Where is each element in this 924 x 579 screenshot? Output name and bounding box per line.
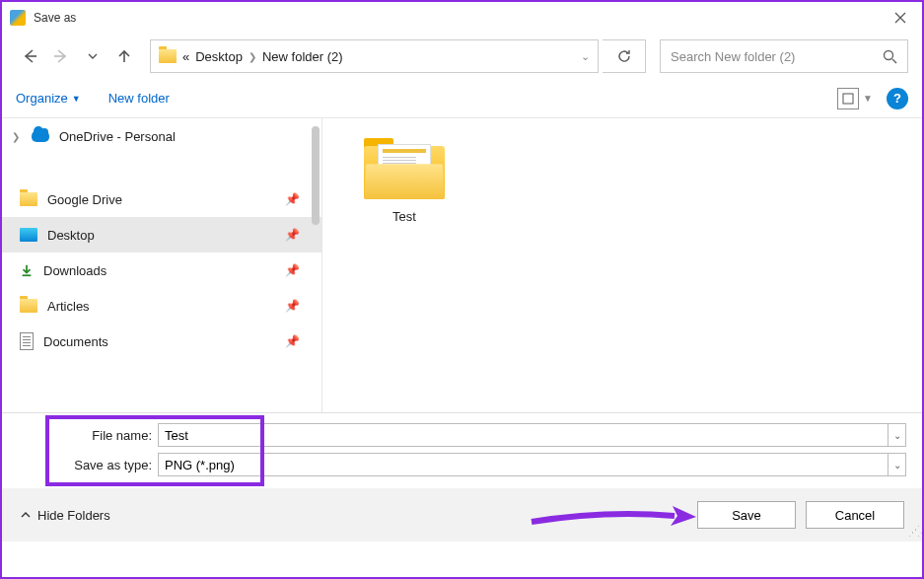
close-button[interactable] — [878, 2, 922, 34]
chevron-up-icon — [20, 509, 32, 521]
view-button[interactable] — [837, 88, 859, 109]
tree-desktop[interactable]: Desktop 📌 — [2, 217, 321, 253]
chevron-down-icon[interactable]: ⌄ — [581, 50, 590, 63]
save-button[interactable]: Save — [697, 501, 796, 529]
tree-label: Downloads — [43, 263, 107, 278]
navigation-bar: « Desktop ❯ New folder (2) ⌄ — [2, 34, 922, 79]
saveastype-select[interactable] — [158, 453, 888, 476]
folder-icon — [20, 192, 37, 206]
navigation-tree: ❯ OneDrive - Personal Google Drive 📌 Des… — [2, 118, 322, 412]
svg-point-0 — [885, 50, 893, 59]
tree-articles[interactable]: Articles 📌 — [2, 288, 321, 324]
chevron-right-icon: ❯ — [249, 51, 256, 62]
pin-icon: 📌 — [285, 192, 300, 206]
refresh-button[interactable] — [603, 39, 646, 73]
tree-label: Desktop — [47, 228, 95, 243]
caret-down-icon: ▼ — [72, 94, 81, 104]
download-icon — [20, 263, 34, 277]
toolbar: Organize ▼ New folder ▼ ? — [2, 79, 922, 118]
tree-label: Documents — [43, 334, 108, 349]
svg-rect-1 — [843, 94, 853, 104]
pin-icon: 📌 — [285, 263, 300, 277]
folder-icon — [20, 299, 37, 313]
filename-label: File name: — [18, 428, 158, 443]
chevron-right-icon: ❯ — [12, 131, 22, 142]
help-button[interactable]: ? — [887, 88, 908, 109]
save-form: File name: ⌄ Save as type: ⌄ — [2, 413, 922, 488]
breadcrumb-desktop[interactable]: Desktop — [195, 49, 243, 64]
search-box[interactable] — [660, 39, 908, 73]
desktop-icon — [20, 228, 37, 242]
footer: Hide Folders Save Cancel ⋰⋰⋰ — [2, 488, 922, 542]
saveastype-label: Save as type: — [18, 458, 158, 472]
app-icon — [10, 10, 26, 26]
pin-icon: 📌 — [285, 299, 300, 313]
view-caret-icon[interactable]: ▼ — [863, 93, 873, 104]
pin-icon: 📌 — [285, 334, 300, 348]
search-input[interactable] — [671, 49, 883, 64]
organize-menu[interactable]: Organize ▼ — [16, 91, 81, 106]
onedrive-icon — [32, 130, 49, 142]
folder-icon — [159, 49, 177, 63]
breadcrumb-newfolder2[interactable]: New folder (2) — [262, 49, 343, 64]
window-title: Save as — [34, 11, 76, 25]
titlebar: Save as — [2, 2, 922, 34]
back-button[interactable] — [16, 42, 43, 70]
tree-downloads[interactable]: Downloads 📌 — [2, 253, 321, 288]
breadcrumb-prefix: « — [182, 49, 189, 64]
file-label: Test — [350, 209, 459, 224]
search-icon — [883, 49, 897, 64]
file-list[interactable]: Test — [322, 118, 922, 412]
resize-grip[interactable]: ⋰⋰⋰ — [908, 528, 920, 540]
tree-onedrive[interactable]: ❯ OneDrive - Personal — [2, 118, 321, 154]
recent-dropdown[interactable] — [79, 42, 107, 70]
documents-icon — [20, 332, 34, 350]
scrollbar[interactable] — [312, 126, 320, 225]
annotation-arrow — [527, 502, 704, 532]
tree-label: OneDrive - Personal — [59, 129, 176, 144]
pin-icon: 📌 — [285, 228, 300, 242]
filename-input[interactable] — [158, 423, 888, 447]
tree-documents[interactable]: Documents 📌 — [2, 324, 321, 359]
tree-label: Articles — [47, 299, 90, 314]
folder-icon — [364, 138, 445, 199]
up-button[interactable] — [110, 42, 138, 70]
folder-item-test[interactable]: Test — [350, 138, 459, 224]
hide-folders-button[interactable]: Hide Folders — [20, 508, 110, 523]
new-folder-button[interactable]: New folder — [108, 91, 170, 106]
filename-dropdown[interactable]: ⌄ — [888, 423, 906, 447]
tree-googledrive[interactable]: Google Drive 📌 — [2, 181, 321, 217]
cancel-button[interactable]: Cancel — [806, 501, 904, 529]
address-bar[interactable]: « Desktop ❯ New folder (2) ⌄ — [150, 39, 599, 73]
saveastype-dropdown[interactable]: ⌄ — [888, 453, 906, 476]
tree-label: Google Drive — [47, 192, 122, 207]
forward-button[interactable] — [47, 42, 75, 70]
